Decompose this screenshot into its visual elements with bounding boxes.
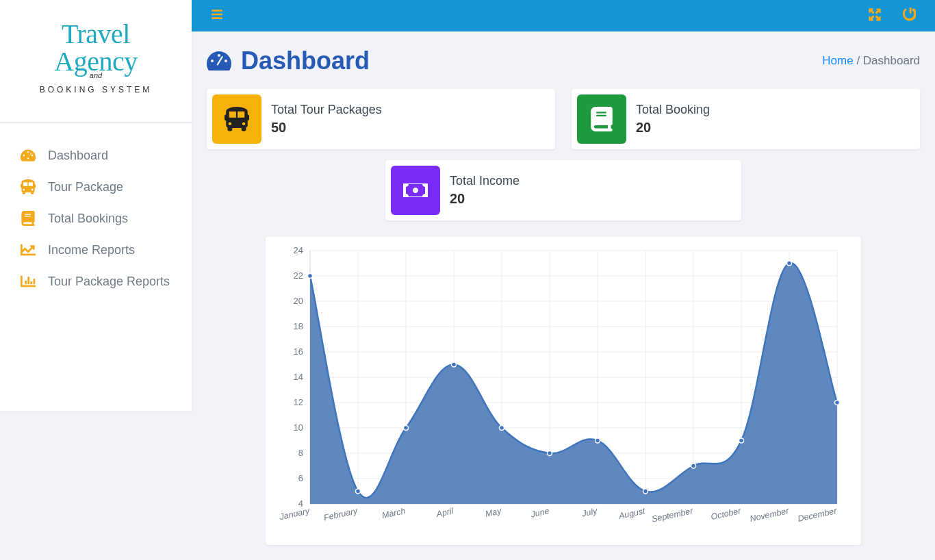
main: Dashboard Home / Dashboard Total Tour Pa… — [192, 0, 935, 560]
sidebar-item-tour-package[interactable]: Tour Package — [21, 171, 171, 203]
svg-point-38 — [404, 426, 409, 431]
svg-text:June: June — [529, 506, 550, 520]
svg-text:March: March — [381, 506, 407, 520]
svg-point-43 — [643, 489, 648, 494]
svg-text:September: September — [651, 506, 695, 524]
svg-point-42 — [595, 438, 600, 443]
svg-text:January: January — [278, 506, 311, 522]
svg-point-37 — [356, 489, 361, 494]
book-icon — [21, 211, 36, 226]
stat-card-income[interactable]: Total Income 20 — [385, 160, 741, 220]
svg-text:14: 14 — [294, 372, 303, 382]
brand-sub: BOOKING SYSTEM — [21, 85, 171, 94]
svg-text:August: August — [617, 506, 646, 521]
brand-word-1: Travel — [62, 18, 130, 49]
stat-row-2: Total Income 20 — [207, 160, 920, 220]
svg-point-47 — [835, 400, 840, 405]
book-icon — [577, 94, 626, 144]
sidebar-item-dashboard[interactable]: Dashboard — [21, 140, 171, 171]
svg-text:April: April — [435, 506, 455, 519]
chart-card: 4681012141618202224 JanuaryFebruaryMarch… — [266, 237, 861, 545]
svg-text:July: July — [580, 506, 598, 519]
bus-icon — [212, 94, 261, 144]
money-icon — [391, 166, 440, 215]
svg-text:May: May — [485, 506, 503, 519]
power-icon[interactable] — [902, 8, 916, 24]
sidebar-item-label: Dashboard — [48, 149, 108, 163]
svg-text:February: February — [323, 506, 359, 522]
sidebar: Travel Agency and BOOKING SYSTEM Dashboa… — [0, 0, 192, 411]
topbar — [192, 0, 935, 31]
stat-title-packages: Total Tour Packages — [271, 103, 382, 117]
stat-row-1: Total Tour Packages 50 Total Booking 20 — [207, 89, 920, 149]
svg-text:12: 12 — [294, 397, 303, 407]
breadcrumb-home[interactable]: Home — [822, 54, 853, 67]
svg-text:18: 18 — [294, 321, 303, 331]
svg-text:6: 6 — [298, 473, 303, 483]
brand-logo: Travel Agency and BOOKING SYSTEM — [0, 0, 192, 122]
stat-title-income: Total Income — [450, 174, 520, 188]
breadcrumb: Home / Dashboard — [822, 54, 920, 68]
svg-text:20: 20 — [294, 296, 303, 306]
dashboard-icon — [21, 148, 36, 163]
menu-toggle-icon[interactable] — [211, 8, 223, 23]
stat-value-packages: 50 — [271, 120, 382, 136]
svg-point-39 — [452, 362, 457, 367]
stat-value-booking: 20 — [636, 120, 710, 136]
stat-value-income: 20 — [450, 191, 520, 207]
sidebar-item-total-bookings[interactable]: Total Bookings — [21, 203, 171, 234]
stat-card-booking[interactable]: Total Booking 20 — [572, 89, 920, 149]
sidebar-divider — [0, 122, 192, 123]
chart-bar-icon — [21, 274, 36, 289]
svg-text:10: 10 — [294, 422, 303, 433]
page-title: Dashboard — [207, 47, 370, 75]
expand-icon[interactable] — [868, 8, 882, 24]
page-header: Dashboard Home / Dashboard — [207, 47, 920, 75]
svg-point-40 — [500, 426, 504, 431]
sidebar-item-label: Income Reports — [48, 243, 135, 257]
chart-line-icon — [21, 242, 36, 257]
svg-point-36 — [308, 274, 313, 279]
svg-text:24: 24 — [294, 245, 303, 255]
svg-text:16: 16 — [294, 346, 303, 357]
page-title-text: Dashboard — [241, 47, 370, 75]
brand-and: and — [21, 71, 171, 79]
svg-text:October: October — [710, 506, 742, 522]
sidebar-item-label: Tour Package Reports — [48, 275, 170, 289]
svg-text:December: December — [797, 506, 838, 524]
stat-card-packages[interactable]: Total Tour Packages 50 — [207, 89, 555, 149]
sidebar-item-income-reports[interactable]: Income Reports — [21, 234, 171, 266]
sidebar-item-label: Tour Package — [48, 180, 123, 194]
svg-point-41 — [548, 451, 552, 456]
svg-text:November: November — [749, 506, 790, 524]
sidebar-item-label: Total Bookings — [48, 212, 128, 226]
breadcrumb-sep: / — [854, 54, 863, 67]
dashboard-icon — [207, 49, 231, 73]
stat-title-booking: Total Booking — [636, 103, 710, 117]
svg-text:22: 22 — [294, 270, 303, 281]
svg-point-44 — [691, 463, 696, 468]
sidebar-item-tour-package-reports[interactable]: Tour Package Reports — [21, 266, 171, 297]
svg-text:8: 8 — [298, 448, 303, 458]
chart-svg: 4681012141618202224 JanuaryFebruaryMarch… — [272, 244, 847, 538]
sidebar-nav: Dashboard Tour Package Total Bookings In… — [0, 140, 192, 318]
breadcrumb-current: Dashboard — [863, 54, 920, 67]
content: Dashboard Home / Dashboard Total Tour Pa… — [192, 31, 935, 560]
bus-icon — [21, 179, 36, 194]
svg-point-46 — [787, 261, 792, 266]
svg-point-45 — [739, 438, 744, 443]
